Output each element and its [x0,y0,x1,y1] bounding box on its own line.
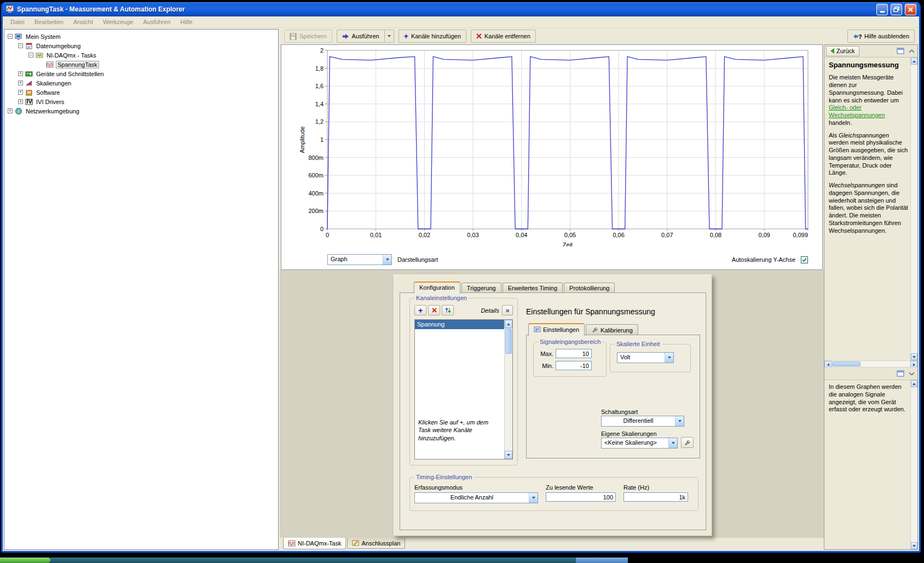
menu-datei[interactable]: Datei [6,18,29,26]
run-button[interactable]: Ausführen [337,30,385,43]
help-window-button[interactable] [895,47,906,56]
tree-expander[interactable]: − [28,53,33,58]
settings-tab-einstellungen[interactable]: Einstellungen [528,323,585,336]
channel-list[interactable]: Spannung Klicken Sie auf +, um dem Task … [414,319,513,459]
scroll-thumb[interactable] [505,329,512,354]
restore-button[interactable] [891,4,902,15]
display-type-combo[interactable]: Graph [327,254,392,265]
help-hscrollbar[interactable] [824,360,917,367]
scroll-track[interactable] [911,387,917,542]
config-tab-protokollierung[interactable]: Protokollierung [564,283,615,293]
tree-expander[interactable]: + [18,81,23,85]
collapse-help-button[interactable] [908,47,916,56]
combo-arrow-button[interactable] [383,255,391,265]
tree-item-spannungtask[interactable]: SpannungTask [4,60,278,69]
timing-group-label: Timing-Einstellungen [414,474,473,480]
save-button[interactable]: Speichern [284,30,332,43]
scroll-thumb[interactable] [832,361,861,366]
voltage-types-link[interactable]: Gleich- oder Wechselspannungen [829,104,885,118]
tree-expander[interactable]: − [18,43,23,48]
tree-item-skalierungen[interactable]: +Skalierungen [4,78,278,88]
run-label: Ausführen [352,33,379,39]
config-tab-triggerung[interactable]: Triggerung [461,283,501,293]
tree-item-geräte-und-schnittstellen[interactable]: +Geräte und Schnittstellen [4,69,278,78]
windows-taskbar[interactable] [0,558,924,563]
tree-item-ni-daqmx-tasks[interactable]: −NI-DAQmx - Tasks [4,50,278,60]
menu-hilfe[interactable]: Hilfe [176,18,197,26]
samples-input[interactable] [546,492,616,502]
combo-arrow-button[interactable] [529,493,538,503]
rate-input[interactable] [623,492,688,502]
delete-channel-button[interactable] [428,305,440,315]
tree-expander[interactable]: + [8,108,13,113]
menu-ausführen[interactable]: Ausführen [138,18,175,26]
reorder-channels-button[interactable] [442,305,454,315]
max-input[interactable] [556,349,592,358]
close-icon [908,7,913,12]
edit-scaling-button[interactable] [681,437,694,448]
graph-help-window-button[interactable] [895,369,906,378]
scroll-up-button[interactable] [505,320,512,328]
software-icon [25,89,33,96]
tree-expander[interactable]: + [18,99,23,104]
y-tick-label: 1 [320,136,324,143]
tree-expander[interactable]: + [18,90,23,95]
graph-help-vscrollbar[interactable] [910,380,917,549]
scaled-unit-combo[interactable]: Volt [617,352,674,363]
help-vscrollbar[interactable] [910,58,917,360]
details-button[interactable]: » [502,305,513,315]
scroll-up-button[interactable] [911,58,917,65]
taskbar-button[interactable] [576,558,628,563]
x-tick-label: 0,04 [516,232,527,238]
scroll-up-button[interactable] [911,380,917,387]
scroll-track[interactable] [911,65,917,353]
tree-expander[interactable]: + [18,71,23,76]
hide-help-button[interactable]: ? Hilfe ausblenden [847,30,915,43]
tree-item-mein-system[interactable]: −Mein System [4,32,278,41]
autoscale-checkbox[interactable] [801,256,808,263]
channel-list-scrollbar[interactable] [504,320,512,459]
custom-scaling-combo[interactable]: <Keine Skalierung> [601,438,678,449]
scroll-track[interactable] [861,361,910,367]
menu-werkzeuge[interactable]: Werkzeuge [99,18,137,26]
tree-item-datenumgebung[interactable]: −Datenumgebung [4,41,278,50]
run-dropdown-button[interactable] [385,30,394,43]
settings-tab-kalibrierung[interactable]: Kalibrierung [586,324,638,335]
close-button[interactable] [905,4,916,15]
tree-expander[interactable]: − [8,34,13,39]
bottom-tab-ni-daqmx-task[interactable]: NI-DAQmx-Task [283,538,346,549]
acquisition-mode-combo[interactable]: Endliche Anzahl [414,492,538,503]
scroll-down-button[interactable] [505,451,512,459]
minimize-button[interactable] [876,4,888,15]
start-button[interactable] [0,558,50,563]
combo-arrow-button[interactable] [665,353,673,363]
terminal-config-combo[interactable]: Differentiell [601,416,684,427]
window-icon [897,370,904,377]
menu-ansicht[interactable]: Ansicht [69,18,97,26]
connection-plan-icon [352,539,359,547]
min-input[interactable] [556,361,592,370]
scroll-down-button[interactable] [911,353,917,360]
tree-label: NI-DAQmx - Tasks [45,52,97,59]
scroll-track[interactable] [505,354,512,451]
configuration-tree[interactable]: −Mein System−Datenumgebung−NI-DAQmx - Ta… [4,29,279,550]
tree-item-software[interactable]: +Software [4,88,278,97]
bottom-tab-anschlussplan[interactable]: Anschlussplan [347,538,405,549]
combo-arrow-button[interactable] [668,438,677,448]
remove-channels-button[interactable]: Kanäle entfernen [471,30,536,43]
combo-arrow-button[interactable] [675,416,684,426]
tree-item-ivi-drivers[interactable]: +IVIIVI Drivers [4,97,278,106]
add-channels-button[interactable]: + Kanäle hinzufügen [399,30,466,43]
menu-bearbeiten[interactable]: Bearbeiten [30,18,68,26]
channel-row-spannung[interactable]: Spannung [415,320,512,329]
expand-help-button[interactable] [908,369,916,378]
y-tick-label: 1,8 [315,65,324,72]
scroll-down-button[interactable] [911,542,917,549]
add-channel-button[interactable]: + [414,305,426,315]
config-tab-konfiguration[interactable]: Konfiguration [414,282,460,294]
help-back-button[interactable]: Zurück [826,46,859,56]
tree-item-netzwerkumgebung[interactable]: +Netzwerkumgebung [4,106,278,116]
window-icon [897,48,904,54]
titlebar[interactable]: SpannungTask - Measurement & Automation … [3,2,919,16]
config-tab-erweitertes-timing[interactable]: Erweitertes Timing [503,283,563,293]
